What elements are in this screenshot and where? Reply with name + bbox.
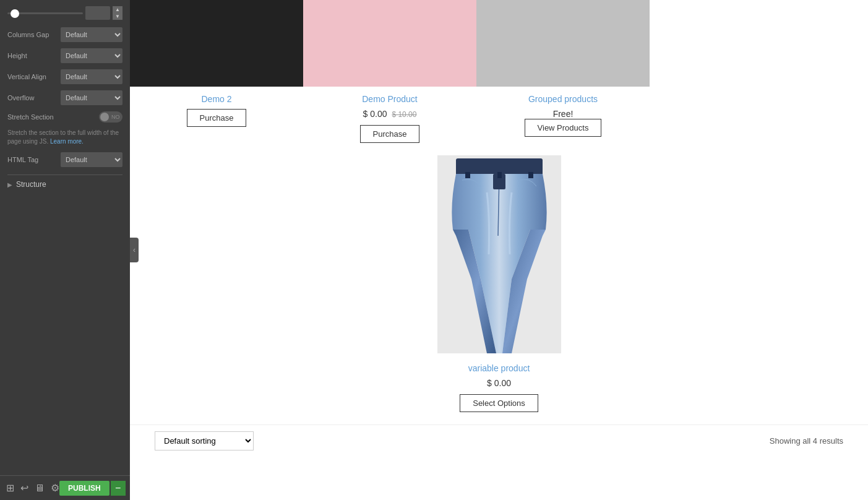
- purchase-button-demo2[interactable]: Purchase: [187, 109, 247, 127]
- overflow-row: Overflow Default: [7, 90, 122, 105]
- price-free-grouped: Free!: [553, 109, 574, 119]
- price-original: $ 10.00: [392, 110, 416, 119]
- history-icon[interactable]: ↩: [20, 482, 28, 494]
- main-content: Demo 2 Purchase Demo Product $ 0.00 $ 10…: [130, 0, 868, 500]
- price-current: $ 0.00: [363, 109, 387, 119]
- settings-icon[interactable]: ⚙: [51, 482, 59, 494]
- footer-bar: Default sorting Sort by popularity Sort …: [130, 425, 868, 457]
- left-panel: ▲ ▼ Columns Gap Default Height Default V…: [0, 0, 130, 500]
- svg-rect-4: [528, 172, 533, 178]
- learn-more-link[interactable]: Learn more.: [50, 138, 84, 145]
- select-options-button[interactable]: Select Options: [460, 394, 538, 412]
- stretch-help-text: Stretch the section to the full width of…: [7, 129, 122, 146]
- product-image-demo-product: [303, 0, 476, 87]
- stretch-section-label: Stretch Section: [7, 113, 99, 121]
- slider-thumb[interactable]: [11, 9, 19, 18]
- jeans-svg: [437, 155, 561, 353]
- product-price-demo-product: $ 0.00 $ 10.00: [363, 109, 417, 119]
- product-image-grouped: [476, 0, 650, 87]
- product-card-grouped: Grouped products Free! View Products: [476, 0, 650, 143]
- layers-icon[interactable]: ⊞: [6, 482, 14, 494]
- svg-rect-3: [465, 172, 470, 178]
- desktop-icon[interactable]: 🖥: [35, 483, 45, 494]
- html-tag-label: HTML Tag: [7, 156, 61, 163]
- publish-button[interactable]: PUBLISH: [59, 481, 110, 496]
- slider-row: ▲ ▼: [7, 6, 122, 20]
- view-products-button[interactable]: View Products: [525, 119, 602, 137]
- product-image-demo2: [130, 0, 303, 87]
- height-row: Height Default: [7, 48, 122, 63]
- variable-product-price: $ 0.00: [487, 378, 511, 388]
- product-name-grouped[interactable]: Grouped products: [528, 94, 598, 104]
- structure-label: Structure: [16, 180, 46, 189]
- collapse-handle[interactable]: ‹: [130, 238, 139, 262]
- product-card-demo-product: Demo Product $ 0.00 $ 10.00 Purchase: [303, 0, 476, 143]
- toggle-off-label: NO: [111, 114, 120, 120]
- variable-product-section: variable product $ 0.00 Select Options: [130, 143, 868, 425]
- html-tag-row: HTML Tag Default: [7, 152, 122, 167]
- spinner-down[interactable]: ▼: [113, 13, 122, 20]
- toggle-knob: [100, 113, 109, 121]
- toolbar-icons: ⊞ ↩ 🖥 ⚙: [6, 482, 59, 494]
- top-products-row: Demo 2 Purchase Demo Product $ 0.00 $ 10…: [130, 0, 868, 143]
- spinner-up[interactable]: ▲: [113, 6, 122, 13]
- vertical-align-row: Vertical Align Default: [7, 69, 122, 84]
- structure-section[interactable]: ▶ Structure: [7, 175, 122, 194]
- columns-gap-label: Columns Gap: [7, 31, 61, 38]
- jeans-product-image: [437, 155, 561, 353]
- overflow-select[interactable]: Default: [61, 90, 122, 105]
- publish-minus-button[interactable]: −: [111, 481, 126, 496]
- columns-gap-select[interactable]: Default: [61, 27, 122, 42]
- height-label: Height: [7, 52, 61, 59]
- panel-content: ▲ ▼ Columns Gap Default Height Default V…: [0, 0, 130, 476]
- stretch-section-toggle[interactable]: NO: [99, 111, 122, 123]
- height-select[interactable]: Default: [61, 48, 122, 63]
- vertical-align-label: Vertical Align: [7, 73, 61, 80]
- structure-arrow-icon: ▶: [7, 181, 12, 188]
- bottom-toolbar: ⊞ ↩ 🖥 ⚙ PUBLISH −: [0, 475, 130, 500]
- sort-select[interactable]: Default sorting Sort by popularity Sort …: [155, 431, 254, 450]
- html-tag-select[interactable]: Default: [61, 152, 122, 167]
- slider-track[interactable]: [7, 12, 83, 14]
- variable-product-name[interactable]: variable product: [468, 363, 530, 373]
- slider-value-input[interactable]: [85, 6, 110, 20]
- overflow-label: Overflow: [7, 94, 61, 101]
- results-text: Showing all 4 results: [770, 436, 843, 446]
- stretch-section-row: Stretch Section NO: [7, 111, 122, 123]
- purchase-button-demo-product[interactable]: Purchase: [360, 125, 420, 143]
- publish-group: PUBLISH −: [59, 481, 126, 496]
- vertical-align-select[interactable]: Default: [61, 69, 122, 84]
- product-name-demo-product[interactable]: Demo Product: [362, 94, 417, 104]
- product-card-demo2: Demo 2 Purchase: [130, 0, 303, 143]
- svg-rect-5: [497, 172, 502, 178]
- spinners: ▲ ▼: [113, 6, 122, 20]
- product-name-demo2[interactable]: Demo 2: [201, 94, 231, 104]
- columns-gap-row: Columns Gap Default: [7, 27, 122, 42]
